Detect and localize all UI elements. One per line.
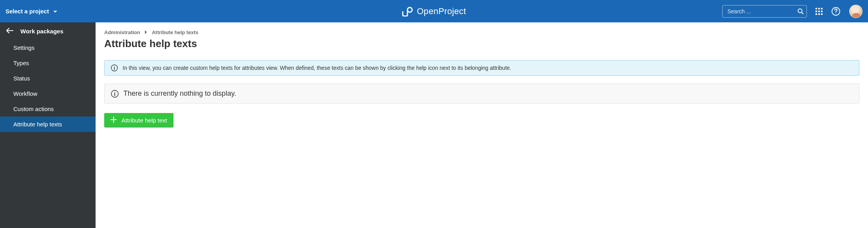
project-selector-label: Select a project	[5, 8, 49, 15]
search-icon[interactable]	[797, 8, 804, 15]
sidebar-item-settings[interactable]: Settings	[0, 40, 96, 55]
svg-point-0	[407, 7, 412, 12]
svg-rect-5	[821, 8, 823, 9]
svg-point-13	[835, 13, 836, 14]
svg-rect-4	[818, 8, 820, 9]
help-icon[interactable]	[831, 7, 841, 16]
search-box	[722, 5, 807, 18]
info-text: In this view, you can create custom help…	[123, 65, 511, 71]
sidebar-header[interactable]: Work packages	[0, 22, 96, 40]
back-arrow-icon[interactable]	[6, 28, 13, 35]
top-header: Select a project OpenProject	[0, 0, 868, 22]
svg-point-15	[114, 66, 115, 67]
header-right	[722, 5, 863, 18]
add-attribute-help-text-button[interactable]: Attribute help text	[104, 113, 174, 128]
breadcrumb-parent[interactable]: Administration	[104, 29, 140, 35]
svg-rect-6	[816, 11, 817, 12]
empty-text: There is currently nothing to display.	[123, 89, 236, 98]
svg-rect-7	[818, 11, 820, 12]
search-input[interactable]	[722, 5, 807, 18]
app-logo[interactable]: OpenProject	[402, 6, 466, 16]
breadcrumb-current: Attribute help texts	[152, 29, 198, 35]
sidebar-item-status[interactable]: Status	[0, 71, 96, 86]
main-layout: Work packages Settings Types Status Work…	[0, 22, 868, 228]
openproject-logo-icon	[402, 6, 414, 16]
svg-rect-8	[821, 11, 823, 12]
svg-point-18	[114, 91, 115, 92]
modules-icon[interactable]	[816, 8, 823, 15]
plus-icon	[110, 117, 117, 124]
info-icon	[111, 64, 118, 71]
breadcrumb: Administration Attribute help texts	[104, 29, 859, 35]
svg-rect-3	[816, 8, 817, 9]
info-icon	[111, 90, 119, 98]
sidebar-title: Work packages	[20, 28, 63, 35]
breadcrumb-separator-icon	[145, 29, 147, 35]
chevron-down-icon	[53, 8, 58, 15]
svg-point-1	[798, 9, 802, 13]
sidebar-menu: Settings Types Status Workflow Custom ac…	[0, 40, 96, 132]
svg-line-2	[802, 12, 804, 14]
sidebar-item-attribute-help-texts[interactable]: Attribute help texts	[0, 117, 96, 132]
svg-rect-11	[821, 13, 823, 15]
page-title: Attribute help texts	[104, 38, 859, 50]
project-selector[interactable]: Select a project	[5, 8, 58, 15]
svg-rect-9	[816, 13, 817, 15]
avatar[interactable]	[849, 5, 863, 18]
sidebar-item-types[interactable]: Types	[0, 55, 96, 71]
empty-state: There is currently nothing to display.	[104, 84, 859, 104]
add-button-label: Attribute help text	[121, 117, 167, 124]
app-logo-text: OpenProject	[417, 6, 466, 16]
svg-rect-10	[818, 13, 820, 15]
sidebar: Work packages Settings Types Status Work…	[0, 22, 96, 228]
info-box: In this view, you can create custom help…	[104, 60, 859, 76]
sidebar-item-workflow[interactable]: Workflow	[0, 86, 96, 101]
sidebar-item-custom-actions[interactable]: Custom actions	[0, 101, 96, 117]
content: Administration Attribute help texts Attr…	[96, 22, 868, 228]
